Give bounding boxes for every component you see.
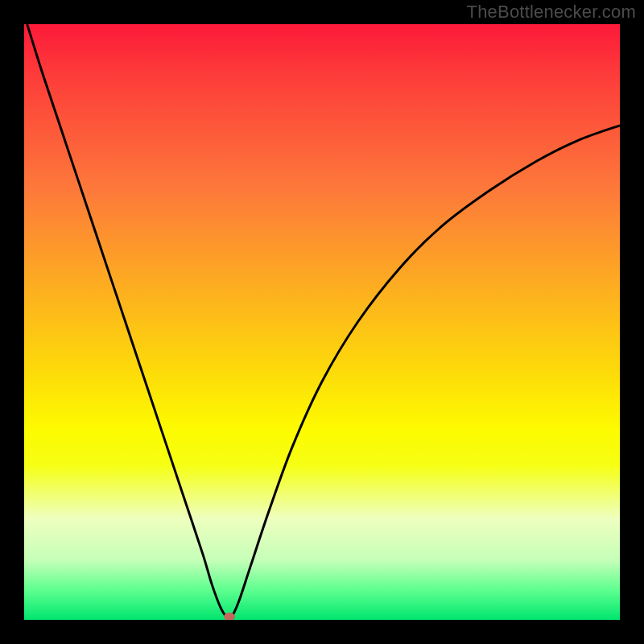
watermark-text: TheBottlenecker.com <box>467 2 636 23</box>
plot-area <box>24 24 620 620</box>
chart-frame: TheBottlenecker.com <box>0 0 644 644</box>
optimal-point-marker <box>224 613 235 620</box>
bottleneck-curve <box>24 24 620 620</box>
